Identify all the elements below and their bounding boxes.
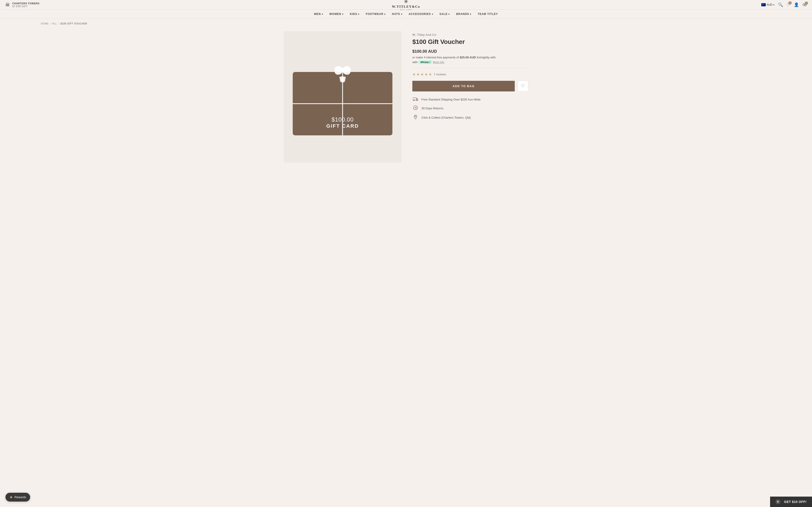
- hats-chevron-icon: ▾: [401, 13, 402, 15]
- breadcrumb-current: $100 GIFT VOUCHER: [60, 22, 87, 25]
- product-price: $100.00 AUD: [412, 49, 528, 54]
- shipping-icon: [412, 97, 419, 102]
- afterpay-more-info[interactable]: More info: [433, 61, 444, 64]
- returns-icon: [412, 105, 419, 111]
- bow-tail-right: [341, 76, 346, 82]
- search-button[interactable]: 🔍: [778, 2, 783, 7]
- add-to-bag-row: ADD TO BAG ♡: [412, 80, 528, 92]
- logo-est: EST. 1926: [400, 9, 412, 11]
- wishlist-badge: 0: [789, 1, 792, 5]
- nav-item-men[interactable]: MEN ▾: [314, 12, 323, 16]
- star-3: ★: [420, 72, 424, 76]
- nav-item-women[interactable]: WOMEN ▾: [329, 12, 344, 16]
- bow-center: [341, 67, 345, 71]
- breadcrumb-sep-2: /: [58, 22, 59, 25]
- svg-rect-0: [413, 98, 416, 100]
- nav-item-brands[interactable]: BRANDS ▾: [456, 12, 471, 16]
- breadcrumb: HOME / ALL / $100 GIFT VOUCHER: [0, 18, 812, 29]
- collect-icon: [412, 115, 419, 121]
- afterpay-with-label: with: [412, 60, 417, 64]
- feature-collect-text: Click & Collect (Charters Towers, Qld): [421, 116, 471, 119]
- brands-chevron-icon: ▾: [470, 13, 471, 15]
- bag-badge: 0: [805, 2, 808, 5]
- store-name: CHARTERS TOWERS: [12, 2, 40, 5]
- flag-icon: 🇦🇺: [761, 3, 766, 6]
- site-logo[interactable]: ✳ W.TITLEY&Co EST. 1926: [392, 0, 420, 11]
- review-count: 7 reviews: [434, 73, 446, 76]
- product-page: $100.00 GIFT CARD W. Titley And Co $100 …: [247, 29, 565, 176]
- store-info: 🏛 CHARTERS TOWERS 07 4787 2477: [5, 2, 40, 8]
- product-details: W. Titley And Co $100 Gift Voucher $100.…: [412, 31, 528, 163]
- afterpay-badge-line: with afterpay ⟩ More info: [412, 60, 528, 64]
- accessories-chevron-icon: ▾: [432, 13, 433, 15]
- star-1: ★: [412, 72, 415, 76]
- nav-item-footwear[interactable]: FOOTWEAR ▾: [366, 12, 386, 16]
- nav-item-hats[interactable]: HATS ▾: [392, 12, 402, 16]
- afterpay-line: or make 4 interest-free payments of $25.…: [412, 56, 528, 59]
- account-button[interactable]: 👤: [794, 2, 799, 7]
- store-icon: 🏛: [5, 2, 10, 7]
- breadcrumb-all[interactable]: ALL: [52, 22, 57, 25]
- nav-item-kids[interactable]: KIDS ▾: [350, 12, 359, 16]
- add-to-bag-button[interactable]: ADD TO BAG: [412, 81, 515, 92]
- bag-button[interactable]: 🛍 0: [803, 2, 807, 7]
- afterpay-badge: afterpay ⟩: [418, 60, 432, 64]
- gift-card-visual: $100.00 GIFT CARD: [293, 72, 392, 135]
- currency-code: AUD: [767, 3, 772, 6]
- women-chevron-icon: ▾: [342, 13, 344, 15]
- currency-chevron-icon: ▾: [773, 4, 774, 6]
- afterpay-prefix: or make 4 interest-free payments of: [412, 56, 459, 59]
- feature-collect: Click & Collect (Charters Towers, Qld): [412, 115, 528, 121]
- svg-point-1: [413, 100, 414, 101]
- svg-point-2: [417, 100, 417, 101]
- nav-item-team-titley[interactable]: TEAM TITLEY: [477, 12, 498, 16]
- afterpay-suffix: fortnightly with: [477, 56, 496, 59]
- top-bar: 🏛 CHARTERS TOWERS 07 4787 2477 ✳ W.TITLE…: [0, 0, 812, 10]
- product-image-container: $100.00 GIFT CARD: [284, 31, 401, 163]
- svg-point-4: [415, 116, 416, 117]
- product-title: $100 Gift Voucher: [412, 38, 528, 46]
- logo-sun-icon: ✳: [404, 0, 408, 4]
- afterpay-logo: afterpay ⟩: [420, 61, 430, 63]
- feature-shipping-text: Free Standard Shipping Over $200 Aus-Wid…: [421, 98, 480, 101]
- divider-1: [412, 68, 528, 68]
- main-nav: MEN ▾ WOMEN ▾ KIDS ▾ FOOTWEAR ▾ HATS ▾ A…: [0, 10, 812, 18]
- top-right-actions: 🇦🇺 AUD ▾ 🔍 ♡ 0 👤 🛍 0: [761, 2, 807, 7]
- nav-item-sale[interactable]: SALE ▾: [440, 12, 450, 16]
- nav-item-accessories[interactable]: ACCESSORIES ▾: [409, 12, 433, 16]
- men-chevron-icon: ▾: [322, 13, 323, 15]
- kids-chevron-icon: ▾: [358, 13, 359, 15]
- gift-card-amount: $100.00: [332, 116, 354, 123]
- breadcrumb-home[interactable]: HOME: [41, 22, 49, 25]
- footwear-chevron-icon: ▾: [384, 13, 386, 15]
- feature-returns-text: 30 Days Returns: [421, 107, 443, 110]
- bow-decoration: [334, 64, 352, 77]
- feature-shipping: Free Standard Shipping Over $200 Aus-Wid…: [412, 97, 528, 102]
- star-half: ★: [429, 72, 432, 76]
- afterpay-amount: $25.00 AUD: [460, 56, 476, 59]
- breadcrumb-sep-1: /: [50, 22, 51, 25]
- feature-returns: 30 Days Returns: [412, 105, 528, 111]
- wishlist-heart-button[interactable]: ♡: [517, 80, 528, 92]
- logo-brand-name: W.TITLEY&Co: [392, 5, 420, 9]
- features-list: Free Standard Shipping Over $200 Aus-Wid…: [412, 97, 528, 121]
- sale-chevron-icon: ▾: [448, 13, 450, 15]
- wishlist-button[interactable]: ♡ 0: [786, 2, 790, 7]
- product-rating: ★ ★ ★ ★ ★ 7 reviews: [412, 72, 528, 76]
- star-2: ★: [416, 72, 420, 76]
- product-brand: W. Titley And Co: [412, 33, 528, 37]
- store-phone: 07 4787 2477: [12, 5, 40, 8]
- star-4: ★: [424, 72, 428, 76]
- gift-card-label: GIFT CARD: [326, 123, 359, 129]
- currency-selector[interactable]: 🇦🇺 AUD ▾: [761, 3, 774, 6]
